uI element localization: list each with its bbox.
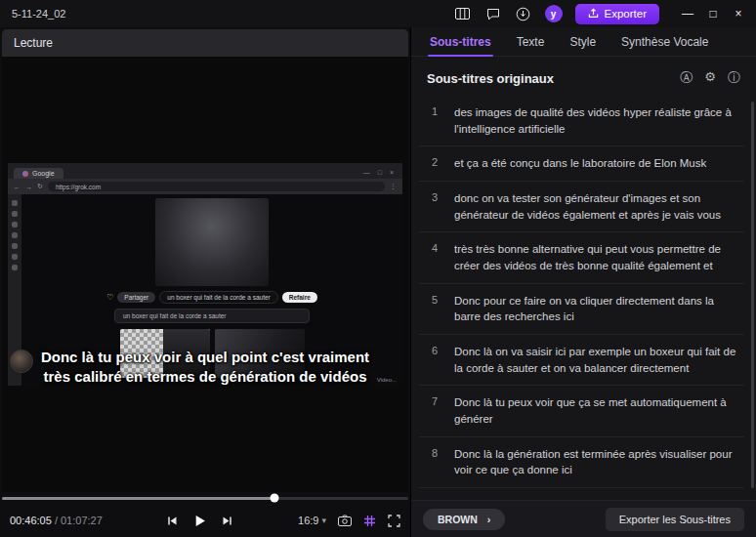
playback-controls: 00:46:05 / 01:07:27 16:9	[0, 504, 410, 537]
browser-reload-icon: ↻	[37, 183, 43, 190]
browser-url-bar: https://grok.com	[48, 182, 385, 191]
subtitle-number: 6	[425, 344, 444, 376]
subtitle-text: Donc là tu peux voir que ça se met autom…	[454, 394, 738, 427]
subtitles-panel: Sous-titres Texte Style Synthèse Vocale …	[410, 27, 756, 537]
timeline-row	[0, 492, 410, 504]
subtitle-text: et ça a été conçu dans le laboratoire de…	[454, 155, 706, 172]
duration: 01:07:27	[61, 515, 103, 526]
scrollbar[interactable]	[751, 102, 754, 488]
aspect-ratio-value: 16:9	[298, 515, 318, 526]
aspect-ratio-selector[interactable]: 16:9 ▾	[298, 515, 326, 526]
subtitles-header: Sous-titres originaux Ⓐ ⚙ ⓘ	[411, 57, 756, 96]
subtitle-text: Donc là on va saisir ici par exemple un …	[454, 344, 738, 376]
feedback-chat-icon[interactable]	[484, 5, 502, 22]
subtitle-row[interactable]: 5 Donc pour ce faire on va cliquer direc…	[419, 284, 744, 335]
browser-back-icon: ←	[14, 184, 21, 190]
subtitle-text: des images de qualité des vidéos hyper r…	[454, 104, 738, 137]
subtitle-number: 9	[425, 497, 444, 500]
subtitle-number: 5	[425, 293, 444, 325]
redo-button: Refaire	[282, 292, 317, 303]
prompt-chip: un boxer qui fait de la corde a sauter	[159, 291, 278, 304]
chevron-down-icon: ▾	[321, 516, 326, 525]
voice-style-label: BROWN	[438, 514, 478, 525]
subtitle-row[interactable]: 6 Donc là on va saisir ici par exemple u…	[419, 335, 744, 386]
subtitle-text: Donc là la génération est terminée après…	[454, 446, 738, 478]
titlebar: 5-11-24_02 y Exporter — □ ×	[0, 0, 756, 27]
subtitles-footer: BROWN › Exporter les Sous-titres	[411, 500, 756, 537]
subtitle-number: 2	[425, 155, 444, 172]
tab-texte[interactable]: Texte	[504, 28, 558, 56]
browser-tab: Google	[14, 168, 63, 179]
video-preview-area: Google — □ × ← → ↻ https://grok.com ⋮	[2, 57, 408, 492]
browser-forward-icon: →	[25, 184, 32, 190]
time-separator: /	[52, 515, 61, 526]
download-icon[interactable]	[515, 5, 532, 22]
close-button[interactable]: ×	[727, 4, 750, 23]
share-button: Partager	[117, 292, 155, 303]
maximize-button[interactable]: □	[701, 4, 725, 23]
subtitle-row[interactable]: 4 très très bonne alternative qui peut v…	[419, 232, 744, 283]
subtitle-number: 8	[425, 446, 444, 478]
subtitle-list: 1 des images de qualité des vidéos hyper…	[411, 96, 756, 500]
export-button[interactable]: Exporter	[575, 4, 659, 24]
minimize-button[interactable]: —	[676, 4, 699, 23]
subtitle-overlay-line2: très calibré en termes de génération de …	[2, 367, 408, 387]
export-icon	[588, 8, 599, 21]
like-icon: ♡	[106, 293, 113, 302]
fullscreen-icon[interactable]	[388, 515, 400, 527]
info-icon[interactable]: ⓘ	[728, 69, 740, 87]
export-button-label: Exporter	[605, 8, 647, 20]
subtitle-number: 4	[425, 241, 444, 273]
browser-window-controls: — □ ×	[363, 169, 397, 179]
browser-menu-icon: ⋮	[390, 183, 397, 190]
subtitle-text: Ok	[454, 497, 469, 500]
tab-synthese-vocale[interactable]: Synthèse Vocale	[609, 28, 721, 56]
generated-image	[155, 198, 269, 286]
next-frame-button[interactable]	[222, 516, 232, 526]
tab-bar: Sous-titres Texte Style Synthèse Vocale	[411, 27, 756, 57]
subtitle-overlay-line1: Donc là tu peux voir à quel point c'est …	[2, 348, 408, 367]
subtitle-overlay: Donc là tu peux voir à quel point c'est …	[2, 348, 408, 388]
subtitle-row[interactable]: 8 Donc là la génération est terminée apr…	[419, 437, 744, 488]
current-time: 00:46:05	[10, 515, 52, 526]
previous-frame-button[interactable]	[167, 516, 178, 526]
playback-panel-title: Lecture	[14, 36, 53, 50]
subtitle-number: 1	[425, 104, 444, 137]
user-avatar[interactable]: y	[545, 5, 563, 22]
tab-style[interactable]: Style	[557, 28, 609, 56]
layout-panels-icon[interactable]	[454, 5, 472, 22]
auto-caption-icon[interactable]: Ⓐ	[680, 69, 693, 87]
subtitle-row[interactable]: 1 des images de qualité des vidéos hyper…	[419, 96, 744, 146]
voice-style-button[interactable]: BROWN ›	[423, 509, 505, 530]
subtitle-row[interactable]: 3 donc on va tester son générateur d'ima…	[419, 182, 744, 232]
grid-toggle-icon[interactable]	[363, 515, 376, 527]
export-subtitles-button[interactable]: Exporter les Sous-titres	[606, 508, 744, 531]
playback-panel-header: Lecture	[2, 29, 408, 57]
snapshot-camera-icon[interactable]	[338, 515, 352, 526]
subtitles-title: Sous-titres originaux	[427, 71, 554, 86]
project-title: 5-11-24_02	[12, 8, 65, 20]
app-window: 5-11-24_02 y Exporter — □ ×	[0, 0, 756, 537]
subtitle-row[interactable]: 7 Donc là tu peux voir que ça se met aut…	[419, 386, 744, 436]
progress-bar[interactable]	[2, 497, 408, 500]
time-display: 00:46:05 / 01:07:27	[10, 515, 103, 526]
subtitle-number: 7	[425, 394, 444, 427]
tab-sous-titres[interactable]: Sous-titres	[417, 28, 504, 56]
subtitle-number: 3	[425, 190, 444, 223]
prompt-input: un boxer qui fait de la corde a sauter	[114, 309, 310, 323]
chevron-right-icon: ›	[487, 514, 491, 525]
progress-handle[interactable]	[270, 494, 278, 503]
subtitle-text: donc on va tester son générateur d'image…	[454, 190, 738, 223]
subtitle-text: Donc pour ce faire on va cliquer directe…	[454, 293, 738, 325]
progress-fill	[2, 497, 274, 500]
favicon	[22, 171, 28, 177]
player-panel: Lecture Google — □ × ←	[0, 27, 410, 537]
play-button[interactable]	[193, 515, 206, 527]
subtitle-row[interactable]: 2 et ça a été conçu dans le laboratoire …	[419, 146, 744, 182]
subtitle-text: très très bonne alternative qui peut vou…	[454, 241, 738, 273]
settings-gear-icon[interactable]: ⚙	[704, 69, 716, 87]
subtitle-row[interactable]: 9 Ok	[419, 488, 744, 500]
